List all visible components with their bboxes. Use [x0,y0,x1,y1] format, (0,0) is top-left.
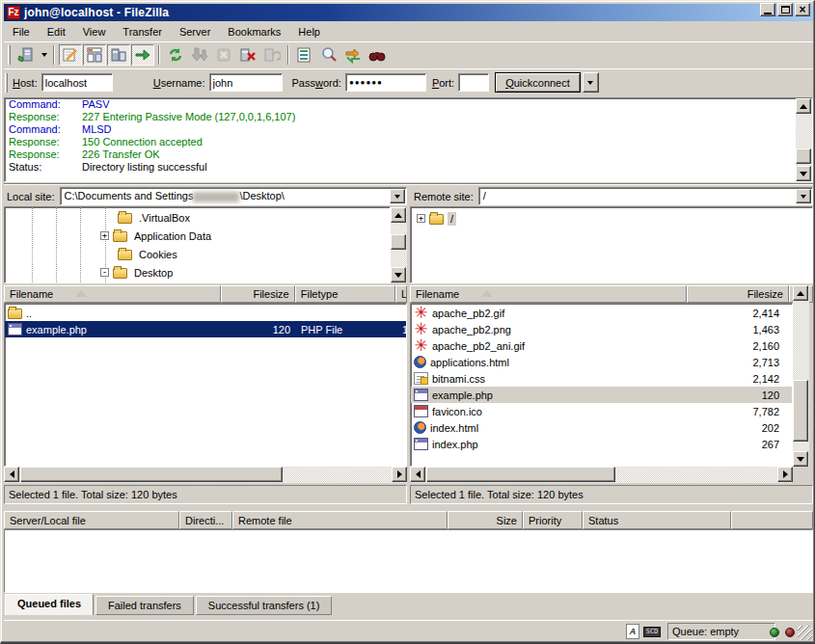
scrollbar-thumb[interactable] [796,148,811,164]
quickconnect-grip[interactable] [5,73,8,93]
remote-site-dropdown[interactable] [796,189,811,203]
username-input[interactable] [209,73,283,92]
scrollbar-thumb[interactable] [426,467,615,482]
quickconnect-button[interactable]: Quickconnect [495,72,581,93]
menu-server[interactable]: Server [171,24,219,40]
queue-list[interactable] [4,529,813,593]
local-site-combo[interactable]: C:\Documents and Settings\Desktop\ [60,187,407,205]
column-header-priority[interactable]: Priority [523,511,583,529]
disconnect-button[interactable] [236,44,259,66]
maximize-button[interactable] [777,3,793,16]
local-directory-tree[interactable]: .VirtualBox + Application Data Cookies -… [4,206,391,283]
filezilla-app-icon[interactable]: Fz [7,6,20,19]
data-type-indicator-icon[interactable]: A [626,624,639,639]
column-header-filesize[interactable]: Filesize [221,285,294,303]
remote-list-hscrollbar[interactable] [410,467,793,483]
list-row[interactable]: apache_pb2.gif 2,414 [411,305,792,321]
toggle-log-button[interactable] [59,44,82,66]
resize-grip[interactable] [798,626,812,640]
remote-list-scrollbar[interactable] [793,285,809,467]
scrollbar-thumb[interactable] [793,380,808,442]
scroll-left-button[interactable] [4,467,19,482]
tab-failed-transfers[interactable]: Failed transfers [95,596,194,615]
tree-item-application-data[interactable]: + Application Data [100,227,214,245]
scrollbar-thumb[interactable] [391,234,406,250]
scroll-right-button[interactable] [777,467,793,482]
quickconnect-dropdown[interactable] [583,72,599,93]
close-button[interactable]: × [795,3,810,16]
local-list-hscrollbar[interactable] [4,467,407,483]
tree-item-label[interactable]: Desktop [131,266,176,280]
column-header-filename[interactable]: Filename [410,285,687,303]
expand-plus-box[interactable]: + [100,231,109,240]
remote-directory-tree[interactable]: + / [410,206,813,283]
column-header-size[interactable]: Size [448,511,523,529]
tree-item-label[interactable]: Application Data [131,229,214,243]
list-row[interactable]: applications.html 2,713 [411,354,792,370]
menu-transfer[interactable]: Transfer [114,24,171,40]
expand-plus-box[interactable]: + [417,214,425,223]
scroll-down-button[interactable] [796,166,811,181]
tree-item-label[interactable]: Cookies [136,248,180,261]
expand-minus-box[interactable]: - [100,268,109,277]
tree-item-root[interactable]: + / [417,209,456,228]
scroll-up-button[interactable] [793,285,808,301]
list-row[interactable]: bitnami.css 2,142 [411,370,792,387]
speed-limit-icon[interactable]: SCD [643,627,661,637]
tree-item-label[interactable]: .VirtualBox [136,211,193,225]
scroll-up-button[interactable] [391,207,406,223]
title-bar[interactable]: Fz john@localhost - FileZilla [4,4,813,21]
list-row-selected[interactable]: example.php 120 [411,387,792,403]
list-row[interactable]: index.php 267 [411,436,792,452]
synchronized-browsing-button[interactable] [341,44,365,66]
refresh-button[interactable] [164,44,187,66]
tab-queued-files[interactable]: Queued files [5,594,94,615]
tree-item-cookies[interactable]: Cookies [118,245,180,263]
list-row[interactable]: apache_pb2.png 1,463 [411,321,792,337]
column-header-remote-file[interactable]: Remote file [232,511,448,529]
message-log[interactable]: Command:PASV Response:227 Entering Passi… [4,97,813,182]
column-header-filename[interactable]: Filename [4,285,221,303]
site-manager-dropdown[interactable] [39,44,49,66]
scroll-right-button[interactable] [392,467,407,482]
minimize-button[interactable] [760,3,775,16]
column-header-filetype[interactable]: Filetype [295,285,395,303]
log-scrollbar[interactable] [796,98,812,181]
directory-comparison-button[interactable] [317,44,340,66]
column-header-direction[interactable]: Directi... [179,511,232,529]
tab-successful-transfers[interactable]: Successful transfers (1) [196,596,333,615]
column-header-status[interactable]: Status [583,511,731,529]
remote-file-list[interactable]: apache_pb2.gif 2,414 apache_pb2.png 1,46… [410,303,793,467]
menu-file[interactable]: File [4,24,39,40]
scroll-down-button[interactable] [391,267,406,282]
menu-help[interactable]: Help [289,24,329,40]
scrollbar-thumb[interactable] [20,467,283,482]
column-header-filesize[interactable]: Filesize [687,285,789,303]
reconnect-button[interactable] [260,44,284,66]
local-site-dropdown[interactable] [390,189,405,203]
column-header-server-local-file[interactable]: Server/Local file [4,511,179,529]
local-file-list[interactable]: .. example.php 120 PHP File 1 [4,303,407,467]
scroll-down-button[interactable] [793,451,808,467]
directory-filters-button[interactable] [293,44,316,66]
menu-bookmarks[interactable]: Bookmarks [219,24,289,40]
remote-site-combo[interactable]: / [478,187,813,205]
list-row-parent-dir[interactable]: .. [5,305,406,321]
toggle-queue-button[interactable] [131,44,154,66]
tree-item-virtualbox[interactable]: .VirtualBox [118,208,193,227]
list-row[interactable]: index.html 202 [411,419,792,436]
password-input[interactable] [345,73,426,92]
menu-edit[interactable]: Edit [39,24,74,40]
local-tree-scrollbar[interactable] [391,207,407,282]
list-row-example-php[interactable]: example.php 120 PHP File 1 [5,321,406,337]
toggle-remote-tree-button[interactable] [107,44,130,66]
toolbar-grip[interactable] [8,45,11,65]
host-input[interactable] [41,73,113,92]
list-row[interactable]: favicon.ico 7,782 [411,403,792,419]
column-header-lastmodified[interactable]: L [395,285,407,303]
tree-item-desktop[interactable]: - Desktop [100,263,176,282]
cancel-button[interactable] [212,44,235,66]
port-input[interactable] [458,73,489,92]
list-row[interactable]: apache_pb2_ani.gif 2,160 [411,337,792,354]
tree-item-label[interactable]: / [448,212,456,226]
